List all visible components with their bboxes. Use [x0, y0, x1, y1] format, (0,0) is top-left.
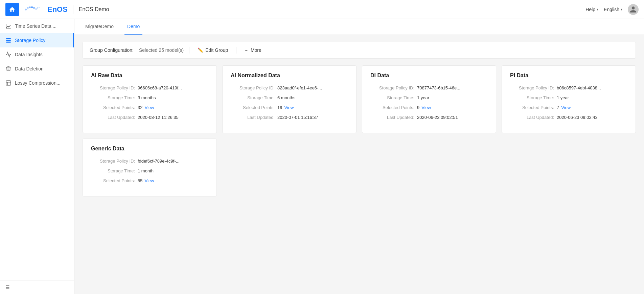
card-storage-time-row-1: Storage Time: 6 months	[231, 95, 348, 100]
view-link-0[interactable]: View	[144, 105, 154, 110]
lossy-compression-icon	[5, 80, 12, 86]
card-ai-normalized-data: AI Normalized Data Storage Policy ID: 82…	[222, 65, 356, 133]
help-label: Help	[585, 7, 595, 12]
card-pi-data: PI Data Storage Policy ID: b06c8597-4ebf…	[502, 65, 636, 133]
svg-point-2	[29, 6, 31, 8]
tabs-bar: MigrateDemo Demo	[74, 19, 644, 35]
header-right: Help ▾ English ▾	[585, 4, 639, 15]
selected-points-value-1: 19	[277, 105, 282, 110]
storage-time-value-3: 1 year	[557, 95, 569, 100]
last-updated-value-3: 2020-06-23 09:02:43	[557, 115, 598, 120]
selected-points-value-2: 9	[417, 105, 419, 110]
policy-id-value-1: 823aad0f-efe1-4ee6-...	[277, 85, 322, 90]
policy-id-label-generic: Storage Policy ID:	[91, 159, 135, 164]
svg-rect-9	[6, 40, 11, 41]
view-link-1[interactable]: View	[284, 105, 294, 110]
view-link-2[interactable]: View	[421, 105, 431, 110]
more-dots-icon: ···	[245, 47, 249, 53]
card-storage-time-row-generic: Storage Time: 1 month	[91, 168, 208, 173]
policy-id-value-3: b06c8597-4ebf-4038...	[557, 85, 601, 90]
svg-point-5	[36, 8, 37, 9]
svg-rect-11	[6, 81, 11, 85]
storage-time-label-0: Storage Time:	[91, 95, 135, 100]
sidebar-item-time-series[interactable]: Time Series Data ...	[0, 19, 74, 33]
card-selected-points-row-generic: Selected Points: 55 View	[91, 178, 208, 183]
edit-group-button[interactable]: ✏️ Edit Group	[195, 46, 231, 54]
tab-migrate-demo[interactable]: MigrateDemo	[83, 19, 116, 35]
card-selected-points-row-1: Selected Points: 19 View	[231, 105, 348, 110]
sidebar-label-storage-policy: Storage Policy	[15, 38, 45, 43]
selected-points-label-1: Selected Points:	[231, 105, 275, 110]
sidebar-item-data-deletion[interactable]: Data Deletion	[0, 62, 74, 76]
main-content: MigrateDemo Demo Group Configuration: Se…	[74, 19, 644, 294]
card-title-2: DI Data	[370, 72, 488, 79]
view-link-3[interactable]: View	[561, 105, 571, 110]
storage-time-label-2: Storage Time:	[370, 95, 414, 100]
user-avatar[interactable]	[628, 4, 639, 15]
storage-time-label-3: Storage Time:	[510, 95, 554, 100]
storage-time-label-generic: Storage Time:	[91, 168, 135, 173]
policy-id-value-2: 70877473-6b15-46e...	[417, 85, 460, 90]
storage-time-value-0: 3 months	[138, 95, 156, 100]
logo-text: EnOS	[47, 5, 68, 14]
more-button[interactable]: ··· More	[242, 46, 264, 54]
card-last-updated-row-3: Last Updated: 2020-06-23 09:02:43	[510, 115, 627, 120]
config-divider	[189, 47, 189, 54]
language-button[interactable]: English ▾	[604, 7, 622, 12]
selected-points-value-generic: 55	[138, 178, 142, 183]
sidebar-item-lossy-compression[interactable]: Lossy Compression...	[0, 76, 74, 90]
card-selected-points-row-0: Selected Points: 32 View	[91, 105, 208, 110]
policy-id-label-0: Storage Policy ID:	[91, 85, 135, 90]
storage-policy-icon	[5, 37, 12, 43]
language-label: English	[604, 7, 619, 12]
card-title-1: AI Normalized Data	[231, 72, 348, 79]
menu-icon[interactable]: ☰	[5, 285, 10, 290]
svg-point-7	[39, 6, 40, 7]
tab-demo[interactable]: Demo	[124, 19, 142, 35]
data-deletion-icon	[5, 66, 12, 72]
language-chevron-icon: ▾	[621, 7, 622, 11]
svg-rect-10	[6, 42, 11, 43]
card-policy-id-row-0: Storage Policy ID: 96606c68-a720-419f...	[91, 85, 208, 90]
sidebar-label-data-deletion: Data Deletion	[15, 66, 44, 71]
card-policy-id-row-3: Storage Policy ID: b06c8597-4ebf-4038...	[510, 85, 627, 90]
svg-point-1	[27, 7, 29, 9]
policy-id-label-3: Storage Policy ID:	[510, 85, 554, 90]
cards-grid-row1: AI Raw Data Storage Policy ID: 96606c68-…	[83, 65, 636, 133]
content-inner: Group Configuration: Selected 25 model(s…	[74, 35, 644, 294]
last-updated-label-0: Last Updated:	[91, 115, 135, 120]
storage-time-value-2: 1 year	[417, 95, 429, 100]
view-link-generic[interactable]: View	[144, 178, 154, 183]
svg-point-4	[33, 7, 35, 9]
storage-time-value-generic: 1 month	[138, 168, 154, 173]
data-insights-icon	[5, 51, 12, 58]
card-selected-points-row-2: Selected Points: 9 View	[370, 105, 488, 110]
svg-rect-8	[6, 38, 11, 39]
group-config-label: Group Configuration:	[90, 47, 134, 53]
selected-points-label-generic: Selected Points:	[91, 178, 135, 183]
policy-id-value-0: 96606c68-a720-419f...	[138, 85, 182, 90]
card-selected-points-row-3: Selected Points: 7 View	[510, 105, 627, 110]
policy-id-label-1: Storage Policy ID:	[231, 85, 275, 90]
last-updated-value-0: 2020-08-12 11:26:35	[138, 115, 179, 120]
card-policy-id-row-generic: Storage Policy ID: fddef6cf-789e-4c9f-..…	[91, 159, 208, 164]
card-di-data: DI Data Storage Policy ID: 70877473-6b15…	[362, 65, 496, 133]
group-config-bar: Group Configuration: Selected 25 model(s…	[83, 42, 636, 59]
home-button[interactable]	[5, 3, 19, 16]
sidebar-item-storage-policy[interactable]: Storage Policy	[0, 33, 74, 47]
last-updated-value-1: 2020-07-01 15:16:37	[277, 115, 318, 120]
selected-points-label-0: Selected Points:	[91, 105, 135, 110]
edit-icon: ✏️	[198, 47, 203, 53]
storage-time-value-1: 6 months	[277, 95, 295, 100]
help-button[interactable]: Help ▾	[585, 7, 598, 12]
card-last-updated-row-2: Last Updated: 2020-06-23 09:02:51	[370, 115, 488, 120]
selected-points-label-2: Selected Points:	[370, 105, 414, 110]
storage-time-label-1: Storage Time:	[231, 95, 275, 100]
selected-points-label-3: Selected Points:	[510, 105, 554, 110]
sidebar-item-data-insights[interactable]: Data Insights	[0, 47, 74, 62]
card-storage-time-row-3: Storage Time: 1 year	[510, 95, 627, 100]
last-updated-label-3: Last Updated:	[510, 115, 554, 120]
cards-grid-row2: Generic Data Storage Policy ID: fddef6cf…	[83, 139, 636, 196]
card-ai-raw-data: AI Raw Data Storage Policy ID: 96606c68-…	[83, 65, 217, 133]
sidebar-label-data-insights: Data Insights	[15, 52, 43, 57]
